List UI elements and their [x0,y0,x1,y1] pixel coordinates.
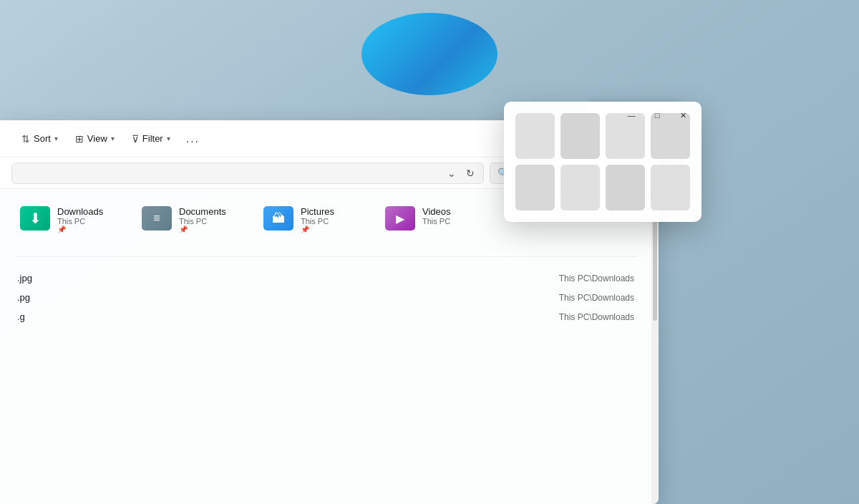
pictures-folder-info: Pictures This PC 📌 [301,206,334,233]
downloads-folder-location: This PC [57,217,103,226]
documents-pin-icon: 📌 [179,226,226,233]
recent-file-name-2: .g [17,311,25,322]
pictures-folder-icon: 🏔 [263,206,293,231]
snap-option-6[interactable] [560,165,600,210]
recent-file-path-0: This PC\Downloads [559,273,634,284]
content-area: ⬇ Downloads This PC 📌 ≡ Documents This P… [0,189,659,504]
popup-maximize-button[interactable]: □ [644,106,670,125]
recent-file-name-1: .pg [17,292,30,303]
recent-file-path-1: This PC\Downloads [559,293,634,303]
scrollbar-track[interactable] [651,189,659,504]
pictures-folder-name: Pictures [301,206,334,217]
view-label: View [87,133,107,144]
view-chevron-icon: ▾ [111,135,115,142]
filter-icon: ⊽ [132,133,139,145]
recent-file-path-2: This PC\Downloads [559,312,634,322]
filter-button[interactable]: ⊽ Filter ▾ [125,129,178,149]
recent-item-2[interactable]: .g This PC\Downloads [14,307,637,326]
videos-folder-icon: ▶ [385,206,415,231]
recent-files-section: .jpg This PC\Downloads .pg This PC\Downl… [14,268,637,326]
snap-option-8[interactable] [651,165,690,210]
win11-logo-bg [361,13,498,95]
filter-label: Filter [142,133,163,144]
folder-item-downloads[interactable]: ⬇ Downloads This PC 📌 [14,200,129,239]
popup-window-controls: — □ ✕ [504,102,702,125]
recent-file-name-0: .jpg [17,273,32,284]
documents-folder-location: This PC [179,217,226,226]
videos-folder-name: Videos [422,206,451,217]
main-content: ⬇ Downloads This PC 📌 ≡ Documents This P… [0,189,651,504]
recent-item-0[interactable]: .jpg This PC\Downloads [14,268,637,288]
popup-close-button[interactable]: ✕ [670,106,696,125]
view-button[interactable]: ⊞ View ▾ [68,129,122,149]
window-controls-bar: — □ ✕ [0,102,859,126]
scrollbar-thumb[interactable] [653,206,657,321]
sort-button[interactable]: ⇅ Sort ▾ [14,129,65,149]
downloads-folder-icon: ⬇ [20,206,50,231]
view-icon: ⊞ [75,133,84,145]
documents-folder-icon: ≡ [142,206,172,231]
filter-chevron-icon: ▾ [167,135,170,142]
section-divider [14,256,637,257]
more-options-button[interactable]: ... [180,128,205,150]
documents-folder-name: Documents [179,206,226,217]
pictures-pin-icon: 📌 [301,226,334,233]
snap-option-7[interactable] [606,165,645,210]
videos-folder-location: This PC [422,217,451,226]
downloads-folder-info: Downloads This PC 📌 [57,206,103,233]
address-refresh-button[interactable]: ↻ [463,166,477,180]
sort-label: Sort [34,133,51,144]
folder-item-pictures[interactable]: 🏔 Pictures This PC 📌 [258,200,372,239]
downloads-folder-name: Downloads [57,206,103,217]
downloads-pin-icon: 📌 [57,226,103,233]
documents-folder-info: Documents This PC 📌 [179,206,226,233]
popup-minimize-button[interactable]: — [618,106,644,125]
folder-item-documents[interactable]: ≡ Documents This PC 📌 [136,200,251,239]
more-icon: ... [186,132,200,145]
pictures-folder-location: This PC [301,217,334,226]
address-chevron-button[interactable]: ⌄ [445,166,459,180]
sort-icon: ⇅ [21,133,30,145]
recent-item-1[interactable]: .pg This PC\Downloads [14,288,637,307]
snap-option-5[interactable] [515,165,555,210]
address-path-box[interactable]: ⌄ ↻ [11,163,484,184]
videos-folder-info: Videos This PC [422,206,451,226]
sort-chevron-icon: ▾ [54,135,58,142]
folder-item-videos[interactable]: ▶ Videos This PC [379,200,494,236]
